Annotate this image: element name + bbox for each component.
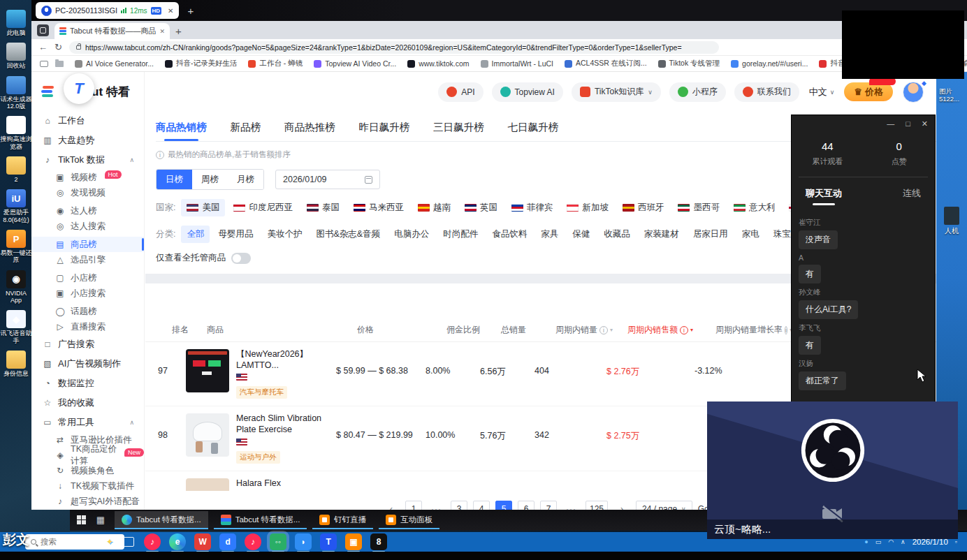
edge-icon[interactable]: e (169, 533, 186, 550)
product-cell[interactable]: Halara Flex Asymmetric... (180, 478, 330, 491)
header-nav-Topview AI[interactable]: Topview AI (492, 82, 563, 102)
notification-icon[interactable]: ▫ (955, 538, 957, 545)
tray-window-icon[interactable]: ▭ (875, 538, 882, 545)
desktop-icon-话术生成器 12.0版[interactable]: 话术生成器 12.0版 (0, 76, 32, 110)
sidebar-item-商品榜[interactable]: ▤商品榜 (31, 237, 144, 252)
bookmark-item[interactable]: AI Voice Generator... (75, 59, 154, 68)
refresh-icon[interactable]: ↻ (54, 42, 62, 52)
copilot-sparkle-icon[interactable]: ✦ (106, 537, 113, 547)
bookmark-item[interactable]: Topview AI Video Cr... (314, 59, 396, 68)
douyin-live-icon[interactable]: ♪ (245, 533, 261, 550)
new-session-button[interactable]: + (187, 5, 194, 17)
bookmark-item[interactable]: 工作台 - 蝉镜 (248, 59, 303, 68)
category-时尚配件[interactable]: 时尚配件 (437, 226, 483, 243)
sidebar-item-AI广告视频制作[interactable]: ▧AI广告视频制作 (31, 354, 144, 374)
header-nav-API[interactable]: API (438, 82, 483, 102)
desktop-icon-NVIDIA App[interactable]: ◉NVIDIA App (0, 270, 32, 304)
sidebar-item-直播搜索[interactable]: ▷直播搜索 (31, 319, 144, 334)
desktop-icon-易数一键还原[interactable]: P易数一键还原 (0, 230, 32, 264)
prev-page-icon[interactable]: ‹ (383, 501, 400, 510)
period-周榜[interactable]: 周榜 (192, 170, 228, 189)
sidebar-item-发现视频[interactable]: ◎发现视频 (31, 185, 144, 200)
country-马来西亚[interactable]: 马来西亚 (348, 199, 409, 216)
tab-商品热推榜[interactable]: 商品热推榜 (284, 121, 335, 141)
language-selector[interactable]: 中文∨ (809, 86, 835, 98)
sort-caret-icon[interactable]: ▾ (610, 327, 613, 333)
column-header-周期内销售额[interactable]: 周期内销售额i▾ (622, 324, 710, 336)
sidebar-item-常用工具[interactable]: ▭常用工具∧ (31, 413, 144, 432)
sidebar-item-广告搜索[interactable]: □广告搜索 (31, 334, 144, 354)
tab-七日飙升榜[interactable]: 七日飙升榜 (508, 121, 559, 141)
chat-tab-聊天互动[interactable]: 聊天互动 (806, 187, 842, 205)
period-月榜[interactable]: 月榜 (228, 170, 263, 189)
back-icon[interactable]: ← (38, 42, 48, 52)
topview-icon[interactable]: T (320, 533, 337, 550)
country-意大利[interactable]: 意大利 (728, 199, 781, 216)
close-session-icon[interactable]: ✕ (168, 7, 173, 15)
desktop-icon-讯飞语音助手[interactable]: ◆讯飞语音助手 (0, 310, 32, 344)
category-电脑办公[interactable]: 电脑办公 (388, 226, 435, 243)
pricing-button[interactable]: ♛ 价格 (844, 82, 893, 101)
sidebar-item-超写实AI外语配音[interactable]: ♪超写实AI外语配音 (31, 494, 144, 509)
wps-icon[interactable]: W (194, 533, 211, 550)
sidebar-item-TK商品定价计算[interactable]: ◈TK商品定价计算New (31, 448, 144, 463)
category-美妆个护[interactable]: 美妆个护 (261, 226, 307, 243)
tray-app-icon[interactable]: ● (864, 538, 868, 545)
sidebar-item-TikTok 数据[interactable]: ♪TikTok 数据∧ (31, 150, 144, 170)
category-收藏品[interactable]: 收藏品 (598, 226, 636, 243)
tab-新品榜[interactable]: 新品榜 (231, 121, 261, 141)
quark-icon[interactable]: ◗ (295, 533, 312, 550)
page-7[interactable]: 7 (540, 501, 557, 510)
sidebar-item-达人榜[interactable]: ◉达人榜 (31, 203, 144, 219)
taskbar-item-互动面板[interactable]: 互动面板 (379, 511, 439, 529)
category-居家日用[interactable]: 居家日用 (688, 226, 734, 243)
sidebar-item-视频榜[interactable]: ▣视频榜Hot (31, 170, 144, 185)
header-nav-联系我们[interactable]: 联系我们 (734, 82, 799, 102)
desktop-icon-爱思助手 8.0(64位)[interactable]: iU爱思助手 8.0(64位) (0, 189, 32, 223)
country-西班牙[interactable]: 西班牙 (617, 199, 670, 216)
sidebar-item-达人搜索[interactable]: ◎达人搜索 (31, 219, 144, 234)
page-6[interactable]: 6 (518, 501, 535, 510)
page-1[interactable]: 1 (405, 501, 422, 510)
country-英国[interactable]: 英国 (459, 199, 503, 216)
next-page-icon[interactable]: › (613, 501, 630, 510)
managed-toggle-switch[interactable] (231, 253, 251, 264)
category-家具[interactable]: 家具 (535, 226, 564, 243)
floating-widget-icon[interactable]: T (64, 73, 94, 104)
maximize-icon[interactable]: □ (906, 119, 910, 128)
task-view-icon[interactable] (123, 537, 134, 547)
period-日榜[interactable]: 日榜 (157, 170, 192, 189)
wechat-icon[interactable]: ◦◦ (270, 533, 286, 550)
category-食品饮料[interactable]: 食品饮料 (486, 226, 532, 243)
sidebar-item-大盘趋势[interactable]: ▥大盘趋势 (31, 131, 144, 150)
category-图书&杂志&音频[interactable]: 图书&杂志&音频 (310, 226, 386, 243)
browser-tab[interactable]: Tabcut 特看数据——商品榜 ✕ (54, 23, 170, 39)
browser-profile-icon[interactable] (37, 24, 49, 36)
product-cell[interactable]: 【NewYear2026】 LAMTTO...汽车与摩托车 (180, 349, 330, 399)
wifi-icon[interactable]: ◠ (888, 538, 894, 545)
country-印度尼西亚[interactable]: 印度尼西亚 (228, 199, 298, 216)
tab-商品热销榜[interactable]: 商品热销榜 (156, 121, 207, 141)
category-全部[interactable]: 全部 (181, 226, 210, 243)
tab-昨日飙升榜[interactable]: 昨日飙升榜 (359, 121, 410, 141)
bookmark-item[interactable]: ACL4SSR 在线订阅... (565, 59, 647, 68)
bookmark-item[interactable]: www.tiktok.com (407, 59, 469, 68)
close-tab-icon[interactable]: ✕ (159, 28, 165, 35)
sidebar-item-TK视频下载插件[interactable]: ↓TK视频下载插件 (31, 478, 144, 494)
capcut-icon[interactable]: 8 (370, 533, 387, 550)
country-墨西哥[interactable]: 墨西哥 (672, 199, 725, 216)
header-nav-TikTok知识库[interactable]: TikTok知识库∨ (572, 82, 661, 102)
page-3[interactable]: 3 (451, 501, 467, 510)
sidebar-item-选品引擎[interactable]: △选品引擎 (31, 252, 144, 267)
site-logo[interactable]: T ut 特看 (31, 72, 144, 108)
desktop-icon-回收站[interactable]: 回收站 (0, 43, 32, 69)
douyin-icon[interactable]: ♪ (144, 533, 161, 550)
taskbar-item-钉钉直播[interactable]: 钉钉直播 (312, 511, 373, 529)
category-家装建材[interactable]: 家装建材 (639, 226, 685, 243)
country-越南[interactable]: 越南 (412, 199, 456, 216)
category-母婴用品[interactable]: 母婴用品 (212, 226, 259, 243)
start-button[interactable] (77, 515, 87, 525)
sidebar-item-话题榜[interactable]: ◯话题榜 (31, 304, 144, 319)
page-4[interactable]: 4 (473, 501, 490, 510)
taskbar-item-Tabcut 特看数据...[interactable]: Tabcut 特看数据... (214, 511, 307, 529)
